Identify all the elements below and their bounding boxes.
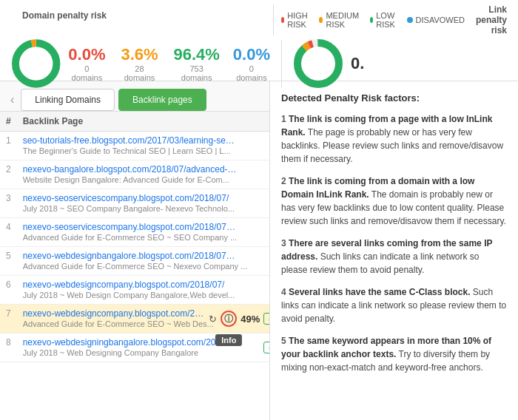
backlink-link[interactable]: nexevo-bangalore.blogspot.com/2018/07/ad… <box>23 164 238 175</box>
domain-risk-stats: 0.0% 0 domains 3.6% 28 domains 96.4% 753… <box>68 45 270 82</box>
penalty-items-container: 1 The link is coming from a page with a … <box>281 112 507 374</box>
table-row-num: 1 <box>0 132 17 160</box>
table-row-num: 5 <box>0 247 17 276</box>
table-row: seo-tutorials-free.blogspot.com/2017/03/… <box>17 132 269 160</box>
legend-disavowed: DISAVOWED <box>407 16 465 24</box>
medium-risk-label: MEDIUM RISK <box>326 11 360 29</box>
penalty-item-bold: Several links have the same C-Class bloc… <box>289 287 470 297</box>
backlink-link[interactable]: nexevo-webdesigncompany.blogspot.com/201… <box>23 280 238 290</box>
table-row: nexevo-webdesignbangalore.blogspot.com/2… <box>17 247 269 276</box>
stat-medium: 3.6% 28 domains <box>118 45 160 82</box>
top-header: Domain penalty risk HIGH RISK MEDIUM RIS… <box>0 0 518 81</box>
table-row-num: 6 <box>0 276 17 305</box>
backlink-link[interactable]: nexevo-seoservicescompany.blogspot.com/2… <box>23 222 238 232</box>
table-row-num: 3 <box>0 189 17 218</box>
penalty-item: 1 The link is coming from a page with a … <box>281 112 507 166</box>
backlink-sub: July 2018 ~ SEO Company Bangalore- Nexev… <box>23 204 235 213</box>
table-row: nexevo-webdesigncompany.blogspot.com/201… <box>17 276 269 305</box>
tab-prev-arrow[interactable]: ‹ <box>7 93 17 106</box>
high-risk-dot <box>281 17 284 23</box>
low-risk-dot <box>370 17 373 23</box>
link-risk-title: Link penalty risk <box>476 4 507 35</box>
legend-low: LOW RISK <box>370 11 398 29</box>
backlink-link[interactable]: nexevo-webdesigningbangalore.blogspot.co… <box>23 337 238 348</box>
main-content: ‹ Linking Domains Backlink pages # Backl… <box>0 81 518 420</box>
backlink-sub: Advanced Guide for E-Commerce SEO ~ Nexe… <box>23 262 248 271</box>
backlink-link[interactable]: nexevo-seoservicescompany.blogspot.com/2… <box>23 193 238 203</box>
table-row-num: 2 <box>0 160 17 189</box>
svg-point-4 <box>297 43 339 84</box>
table-row: nexevo-seoservicescompany.blogspot.com/2… <box>17 189 269 218</box>
penalty-item-num: 1 <box>281 114 289 124</box>
link-donut-chart <box>293 38 343 89</box>
linking-domains-tab[interactable]: Linking Domains <box>21 89 115 111</box>
backlink-sub: July 2018 ~ Web Designing Company Bangal… <box>23 348 198 357</box>
penalty-item: 3 There are several links coming from th… <box>281 237 507 277</box>
penalty-item: 2 The link is coming from a domain with … <box>281 175 507 228</box>
info-icon-button[interactable]: ⓘ Info <box>221 311 237 327</box>
stat-high: 0.0% 0 domains <box>68 45 105 82</box>
penalty-item-num: 5 <box>281 336 289 346</box>
penalty-item: 4 Several links have the same C-Class bl… <box>281 285 507 325</box>
penalty-item-num: 2 <box>281 176 289 186</box>
penalty-item-num: 3 <box>281 238 289 248</box>
medium-risk-dot <box>319 17 323 23</box>
domain-donut-chart <box>11 38 61 89</box>
table-row-num: 8 <box>0 333 17 362</box>
table-row-num: 7 <box>0 305 17 333</box>
dofollow-badge: dofollow <box>263 313 269 325</box>
table-row: nexevo-seoservicescompany.blogspot.com/2… <box>17 218 269 247</box>
disavowed-dot <box>407 17 413 23</box>
left-panel: ‹ Linking Domains Backlink pages # Backl… <box>0 81 270 420</box>
table-row: nexevo-webdesigncompany.blogspot.com/201… <box>17 305 269 333</box>
table-row: nexevo-bangalore.blogspot.com/2018/07/ad… <box>17 160 269 189</box>
penalty-panel: Detected Penalty Risk factors: 1 The lin… <box>270 81 518 420</box>
backlink-pages-tab[interactable]: Backlink pages <box>118 89 206 111</box>
percent-badge: 49% <box>240 314 260 325</box>
backlink-sub: Advanced Guide for E-Commerce SEO ~ SEO … <box>23 233 237 242</box>
backlink-sub: Website Design Bangalore: Advanced Guide… <box>23 175 229 184</box>
backlink-link[interactable]: nexevo-webdesigncompany.blogspot.com/201… <box>23 308 206 319</box>
legend-high: HIGH RISK <box>281 11 311 29</box>
disavowed-label: DISAVOWED <box>416 16 465 24</box>
col-page-header: Backlink Page <box>17 112 269 132</box>
penalty-item-num: 4 <box>281 287 289 297</box>
penalty-title: Detected Penalty Risk factors: <box>281 92 507 104</box>
dofollow-badge: dofollow <box>263 342 269 353</box>
domain-risk-title: Domain penalty risk <box>11 4 266 21</box>
link-stat-value: 0. <box>351 54 364 73</box>
backlink-sub: July 2018 ~ Web Design Company Bangalore… <box>23 291 235 299</box>
backlink-sub: Advanced Guide for E-Commerce SEO ~ Web … <box>23 319 214 328</box>
backlink-link[interactable]: nexevo-webdesignbangalore.blogspot.com/2… <box>23 251 238 261</box>
penalty-item-text: The page is probably new or has very few… <box>281 127 503 164</box>
table-row-num: 4 <box>0 218 17 247</box>
legend-medium: MEDIUM RISK <box>319 11 361 29</box>
stat-disavowed: 0.0% 0 domains <box>233 45 270 82</box>
backlink-table-container[interactable]: # Backlink Page 1 seo-tutorials-free.blo… <box>0 112 269 420</box>
col-num-header: # <box>0 112 17 132</box>
stat-low: 96.4% 753 domains <box>173 45 219 82</box>
svg-point-1 <box>16 43 56 84</box>
refresh-icon[interactable]: ↻ <box>209 314 217 325</box>
backlink-link[interactable]: seo-tutorials-free.blogspot.com/2017/03/… <box>23 135 238 146</box>
low-risk-label: LOW RISK <box>376 11 397 29</box>
info-tooltip: Info <box>215 334 242 346</box>
high-risk-label: HIGH RISK <box>287 11 310 29</box>
backlink-sub: The Beginner's Guide to Technical SEO | … <box>23 146 231 155</box>
backlink-table: # Backlink Page 1 seo-tutorials-free.blo… <box>0 112 269 362</box>
penalty-item: 5 The same keyword appears in more than … <box>281 334 507 374</box>
